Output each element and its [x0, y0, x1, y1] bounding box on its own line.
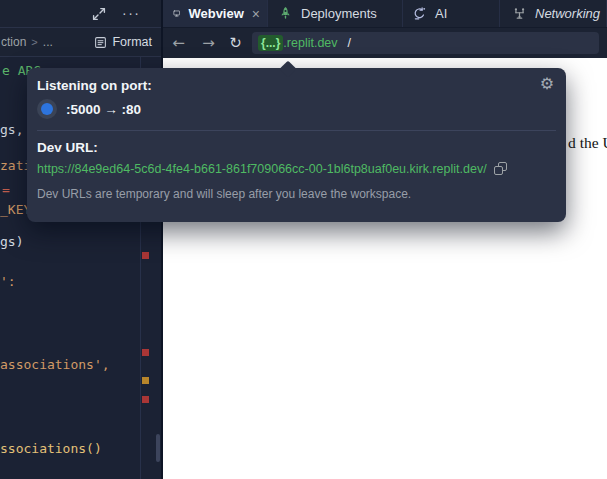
tab-label: Networking — [535, 6, 600, 21]
tab-webview[interactable]: Webview × — [163, 0, 268, 27]
tab-deployments[interactable]: Deployments — [268, 0, 403, 27]
port-status-indicator[interactable] — [37, 99, 57, 119]
breadcrumb-ellipsis[interactable]: ... — [43, 35, 53, 49]
webview-urlbar: ← → ↻ {...} .replit.dev / — [163, 28, 607, 58]
gear-icon[interactable]: ⚙ — [540, 75, 554, 93]
url-id-badge[interactable]: {...} — [258, 35, 283, 51]
code-fragment: associations', — [0, 357, 110, 372]
port-row: :5000 → :80 — [37, 99, 141, 119]
port-mapping: :5000 → :80 — [66, 102, 141, 117]
back-button[interactable]: ← — [171, 34, 186, 52]
dev-url-label: Dev URL: — [37, 140, 98, 155]
dev-url-row: https://84e9ed64-5c6d-4fe4-b661-861f7090… — [37, 162, 508, 176]
refresh-button[interactable]: ↻ — [228, 34, 243, 52]
replit-workspace: ··· ction > ... Format e ARG gs, zati = … — [0, 0, 607, 479]
tab-ai[interactable]: AI — [403, 0, 500, 27]
tab-label: Deployments — [301, 6, 377, 21]
format-label: Format — [112, 35, 152, 49]
warning-mark — [142, 377, 149, 384]
error-mark — [142, 396, 149, 403]
code-fragment: gs, — [0, 122, 23, 137]
forward-button[interactable]: → — [201, 34, 216, 52]
dev-url-link[interactable]: https://84e9ed64-5c6d-4fe4-b661-861f7090… — [37, 162, 487, 176]
editor-pane-header: ··· — [0, 0, 161, 28]
code-fragment: = — [2, 182, 10, 197]
code-fragment: gs) — [0, 234, 23, 249]
tab-networking[interactable]: Networking — [500, 0, 607, 27]
tool-tabbar: Webview × Deployments — [163, 0, 607, 28]
chevron-right-icon: > — [31, 36, 37, 48]
format-icon — [94, 36, 107, 49]
copy-icon[interactable] — [494, 162, 508, 176]
tab-label: AI — [435, 6, 447, 21]
page-text-snippet: d the U — [568, 134, 607, 152]
format-button[interactable]: Format — [94, 35, 152, 49]
more-options-button[interactable]: ··· — [122, 2, 141, 24]
breadcrumb-symbol[interactable]: ction — [1, 35, 26, 49]
url-input[interactable]: {...} .replit.dev / — [252, 32, 599, 54]
popup-divider — [37, 130, 556, 131]
code-fragment: ': — [0, 274, 16, 289]
url-host: .replit.dev — [283, 36, 337, 50]
expand-pane-button[interactable] — [91, 6, 107, 22]
error-mark — [142, 349, 149, 356]
network-hub-icon — [512, 6, 527, 21]
port-status-dot-icon — [41, 103, 53, 115]
tab-label: Webview — [188, 6, 243, 21]
dev-url-caption: Dev URLs are temporary and will sleep af… — [37, 187, 411, 201]
expand-arrows-icon — [91, 6, 107, 22]
close-icon[interactable]: × — [252, 6, 260, 22]
rocket-icon — [278, 6, 293, 21]
monitor-icon — [173, 6, 180, 21]
error-mark — [142, 252, 149, 259]
editor-scrollbar[interactable] — [156, 434, 160, 462]
popup-title: Listening on port: — [37, 78, 152, 93]
port-info-popup: Listening on port: ⚙ :5000 → :80 Dev URL… — [27, 68, 566, 222]
code-fragment: ssociations() — [0, 441, 102, 456]
url-path: / — [348, 36, 351, 50]
ai-sparkle-icon — [412, 6, 427, 21]
breadcrumb: ction > ... Format — [0, 28, 161, 57]
